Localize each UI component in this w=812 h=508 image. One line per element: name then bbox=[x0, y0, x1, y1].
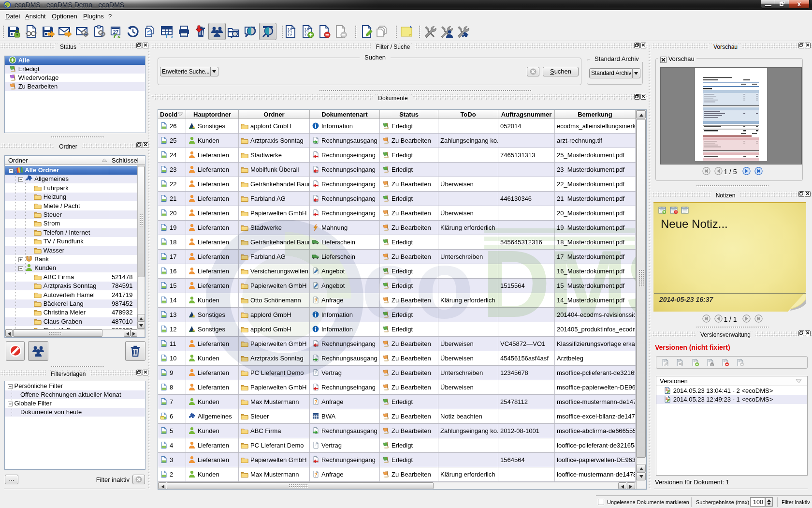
svg-text:1.2: 1.2 bbox=[288, 33, 292, 37]
svg-text:co: co bbox=[361, 230, 474, 338]
svg-text:27: 27 bbox=[113, 30, 119, 35]
